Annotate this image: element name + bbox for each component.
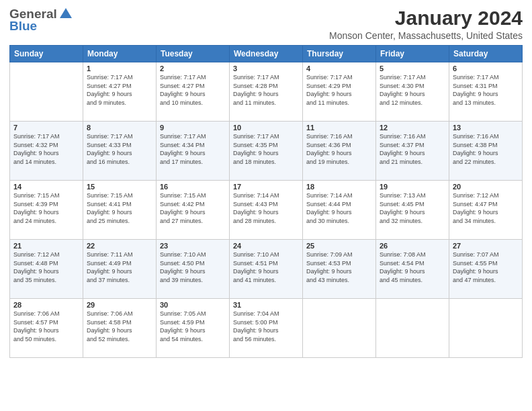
day-cell: 31Sunrise: 7:04 AM Sunset: 5:00 PM Dayli… [230, 299, 303, 358]
day-number: 1 [87, 64, 152, 73]
col-header-thursday: Thursday [303, 46, 376, 62]
header: General Blue January 2024 Monson Center,… [9, 7, 523, 41]
main-container: General Blue January 2024 Monson Center,… [0, 0, 532, 363]
day-number: 26 [380, 242, 445, 250]
day-info: Sunrise: 7:17 AM Sunset: 4:28 PM Dayligh… [233, 74, 279, 106]
day-cell: 28Sunrise: 7:06 AM Sunset: 4:57 PM Dayli… [10, 299, 83, 358]
day-number: 29 [87, 301, 152, 309]
col-header-tuesday: Tuesday [157, 46, 230, 62]
day-cell: 4Sunrise: 7:17 AM Sunset: 4:29 PM Daylig… [303, 62, 376, 122]
col-header-friday: Friday [376, 46, 449, 62]
day-cell: 22Sunrise: 7:11 AM Sunset: 4:49 PM Dayli… [83, 240, 157, 299]
day-info: Sunrise: 7:17 AM Sunset: 4:33 PM Dayligh… [87, 133, 133, 165]
day-number: 28 [13, 301, 79, 309]
day-info: Sunrise: 7:12 AM Sunset: 4:48 PM Dayligh… [13, 251, 60, 283]
day-cell: 3Sunrise: 7:17 AM Sunset: 4:28 PM Daylig… [230, 62, 303, 122]
month-year: January 2024 [329, 7, 523, 29]
day-number: 30 [160, 301, 226, 309]
day-info: Sunrise: 7:07 AM Sunset: 4:55 PM Dayligh… [453, 251, 499, 283]
day-cell: 19Sunrise: 7:13 AM Sunset: 4:45 PM Dayli… [376, 181, 449, 240]
day-number: 31 [233, 301, 299, 309]
calendar-header-row: SundayMondayTuesdayWednesdayThursdayFrid… [10, 46, 523, 62]
day-info: Sunrise: 7:14 AM Sunset: 4:43 PM Dayligh… [233, 192, 279, 224]
day-cell: 9Sunrise: 7:17 AM Sunset: 4:34 PM Daylig… [157, 122, 230, 181]
day-number: 20 [453, 183, 519, 191]
week-row-3: 14Sunrise: 7:15 AM Sunset: 4:39 PM Dayli… [10, 181, 523, 240]
day-cell: 27Sunrise: 7:07 AM Sunset: 4:55 PM Dayli… [449, 240, 523, 299]
day-cell: 25Sunrise: 7:09 AM Sunset: 4:53 PM Dayli… [303, 240, 376, 299]
day-number: 9 [160, 124, 226, 132]
col-header-saturday: Saturday [449, 46, 523, 62]
day-number: 5 [380, 64, 445, 73]
logo: General Blue [9, 7, 73, 34]
day-cell: 16Sunrise: 7:15 AM Sunset: 4:42 PM Dayli… [157, 181, 230, 240]
col-header-sunday: Sunday [10, 46, 83, 62]
day-info: Sunrise: 7:17 AM Sunset: 4:34 PM Dayligh… [160, 133, 206, 165]
day-number: 27 [453, 242, 519, 250]
day-number: 8 [87, 124, 152, 132]
location: Monson Center, Massachusetts, United Sta… [329, 30, 523, 41]
day-number: 6 [453, 64, 519, 73]
day-number: 4 [306, 64, 372, 73]
day-cell [10, 62, 83, 122]
day-number: 16 [160, 183, 226, 191]
logo-icon [58, 6, 73, 21]
day-cell: 10Sunrise: 7:17 AM Sunset: 4:35 PM Dayli… [230, 122, 303, 181]
day-info: Sunrise: 7:16 AM Sunset: 4:37 PM Dayligh… [380, 133, 426, 165]
day-cell: 18Sunrise: 7:14 AM Sunset: 4:44 PM Dayli… [303, 181, 376, 240]
day-info: Sunrise: 7:08 AM Sunset: 4:54 PM Dayligh… [380, 251, 426, 283]
day-number: 14 [13, 183, 79, 191]
day-info: Sunrise: 7:06 AM Sunset: 4:57 PM Dayligh… [13, 310, 60, 342]
day-number: 12 [380, 124, 445, 132]
day-number: 22 [87, 242, 152, 250]
day-info: Sunrise: 7:16 AM Sunset: 4:36 PM Dayligh… [306, 133, 353, 165]
week-row-5: 28Sunrise: 7:06 AM Sunset: 4:57 PM Dayli… [10, 299, 523, 358]
day-cell: 23Sunrise: 7:10 AM Sunset: 4:50 PM Dayli… [157, 240, 230, 299]
day-info: Sunrise: 7:12 AM Sunset: 4:47 PM Dayligh… [453, 192, 499, 224]
day-number: 24 [233, 242, 299, 250]
day-info: Sunrise: 7:04 AM Sunset: 5:00 PM Dayligh… [233, 310, 279, 342]
day-info: Sunrise: 7:17 AM Sunset: 4:35 PM Dayligh… [233, 133, 279, 165]
day-info: Sunrise: 7:10 AM Sunset: 4:51 PM Dayligh… [233, 251, 279, 283]
day-number: 10 [233, 124, 299, 132]
day-cell: 1Sunrise: 7:17 AM Sunset: 4:27 PM Daylig… [83, 62, 157, 122]
day-cell [449, 299, 523, 358]
logo-blue: Blue [9, 19, 37, 34]
day-number: 17 [233, 183, 299, 191]
day-cell: 2Sunrise: 7:17 AM Sunset: 4:27 PM Daylig… [157, 62, 230, 122]
day-info: Sunrise: 7:17 AM Sunset: 4:27 PM Dayligh… [87, 74, 133, 106]
day-number: 7 [13, 124, 79, 132]
day-info: Sunrise: 7:17 AM Sunset: 4:31 PM Dayligh… [453, 74, 499, 106]
day-info: Sunrise: 7:17 AM Sunset: 4:29 PM Dayligh… [306, 74, 353, 106]
week-row-2: 7Sunrise: 7:17 AM Sunset: 4:32 PM Daylig… [10, 122, 523, 181]
day-cell: 15Sunrise: 7:15 AM Sunset: 4:41 PM Dayli… [83, 181, 157, 240]
day-info: Sunrise: 7:10 AM Sunset: 4:50 PM Dayligh… [160, 251, 206, 283]
day-info: Sunrise: 7:15 AM Sunset: 4:39 PM Dayligh… [13, 192, 60, 224]
day-number: 25 [306, 242, 372, 250]
day-info: Sunrise: 7:06 AM Sunset: 4:58 PM Dayligh… [87, 310, 133, 342]
day-info: Sunrise: 7:14 AM Sunset: 4:44 PM Dayligh… [306, 192, 353, 224]
week-row-4: 21Sunrise: 7:12 AM Sunset: 4:48 PM Dayli… [10, 240, 523, 299]
day-cell: 7Sunrise: 7:17 AM Sunset: 4:32 PM Daylig… [10, 122, 83, 181]
day-cell: 29Sunrise: 7:06 AM Sunset: 4:58 PM Dayli… [83, 299, 157, 358]
day-cell: 30Sunrise: 7:05 AM Sunset: 4:59 PM Dayli… [157, 299, 230, 358]
day-cell: 26Sunrise: 7:08 AM Sunset: 4:54 PM Dayli… [376, 240, 449, 299]
day-cell: 17Sunrise: 7:14 AM Sunset: 4:43 PM Dayli… [230, 181, 303, 240]
svg-marker-0 [60, 8, 72, 18]
day-number: 15 [87, 183, 152, 191]
day-info: Sunrise: 7:15 AM Sunset: 4:42 PM Dayligh… [160, 192, 206, 224]
day-cell: 12Sunrise: 7:16 AM Sunset: 4:37 PM Dayli… [376, 122, 449, 181]
day-info: Sunrise: 7:05 AM Sunset: 4:59 PM Dayligh… [160, 310, 206, 342]
day-cell: 13Sunrise: 7:16 AM Sunset: 4:38 PM Dayli… [449, 122, 523, 181]
day-cell: 24Sunrise: 7:10 AM Sunset: 4:51 PM Dayli… [230, 240, 303, 299]
day-info: Sunrise: 7:17 AM Sunset: 4:27 PM Dayligh… [160, 74, 206, 106]
day-cell: 20Sunrise: 7:12 AM Sunset: 4:47 PM Dayli… [449, 181, 523, 240]
day-number: 19 [380, 183, 445, 191]
day-cell [376, 299, 449, 358]
day-number: 23 [160, 242, 226, 250]
col-header-monday: Monday [83, 46, 157, 62]
day-cell: 8Sunrise: 7:17 AM Sunset: 4:33 PM Daylig… [83, 122, 157, 181]
week-row-1: 1Sunrise: 7:17 AM Sunset: 4:27 PM Daylig… [10, 62, 523, 122]
day-number: 18 [306, 183, 372, 191]
day-info: Sunrise: 7:11 AM Sunset: 4:49 PM Dayligh… [87, 251, 133, 283]
